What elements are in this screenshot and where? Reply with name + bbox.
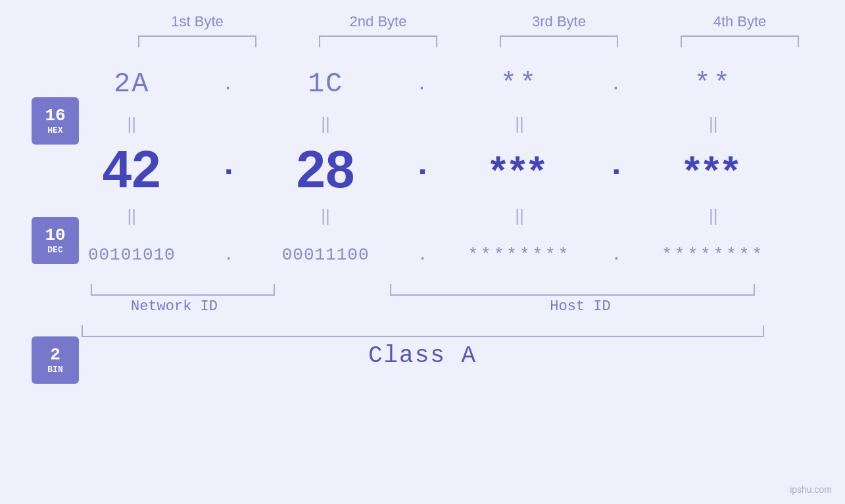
dec-val-4: ***	[685, 147, 742, 193]
eq2-cell-2: ||	[240, 206, 412, 226]
main-container: 1st Byte 2nd Byte 3rd Byte 4th Byte 16 H…	[0, 0, 845, 504]
hex-cell-3: **	[434, 68, 606, 100]
byte-label-4: 4th Byte	[713, 13, 767, 30]
dec-cell-1: 42	[46, 139, 218, 200]
eq2-cell-4: ||	[627, 206, 799, 226]
eq-cell-1: ||	[46, 114, 218, 134]
byte-col-2: 2nd Byte	[288, 13, 469, 47]
eq2-2: ||	[321, 206, 330, 226]
bin-cell-4: ********	[627, 245, 799, 265]
bin-dot-1: .	[224, 245, 234, 265]
bin-cell-2: 00011100	[240, 245, 412, 265]
dec-cell-4: ***	[627, 147, 799, 193]
eq-1: ||	[128, 114, 137, 134]
eq2-4: ||	[709, 206, 718, 226]
bin-num: 2	[50, 346, 60, 365]
eq-cell-3: ||	[434, 114, 606, 134]
bracket-top-4	[681, 35, 799, 47]
class-label: Class A	[368, 342, 477, 369]
bottom-bracket-row	[46, 325, 799, 337]
hex-val-4: **	[694, 68, 732, 100]
bin-badge: 2 BIN	[32, 336, 79, 384]
eq-2: ||	[321, 114, 330, 134]
bin-cell-3: ********	[434, 245, 606, 265]
hex-dot-2: .	[416, 74, 429, 95]
byte-col-3: 3rd Byte	[469, 13, 650, 47]
bracket-host	[390, 284, 755, 296]
byte-col-1: 1st Byte	[107, 13, 288, 47]
bin-dot-2: .	[418, 245, 428, 265]
label-section: Network ID Host ID	[46, 298, 799, 315]
bracket-network	[91, 284, 275, 296]
bracket-top-2	[319, 35, 437, 47]
eq-row-2: || || || ||	[46, 202, 799, 229]
byte-col-4: 4th Byte	[650, 13, 831, 47]
dec-cell-2: 28	[240, 139, 412, 200]
eq2-1: ||	[128, 206, 137, 226]
bin-name: BIN	[47, 365, 62, 375]
bin-val-1: 00101010	[88, 245, 176, 265]
hex-cell-1: 2A	[46, 68, 218, 100]
watermark: ipshu.com	[790, 484, 832, 495]
byte-label-2: 2nd Byte	[350, 13, 407, 30]
header-row: 1st Byte 2nd Byte 3rd Byte 4th Byte	[0, 13, 845, 47]
bottom-bracket	[82, 325, 764, 337]
hex-val-3: **	[500, 68, 539, 100]
bin-val-2: 00011100	[282, 245, 370, 265]
hex-dot-3: .	[610, 74, 623, 95]
label-gap	[266, 298, 398, 315]
eq2-cell-3: ||	[434, 206, 606, 226]
eq2-3: ||	[515, 206, 524, 226]
byte-label-3: 3rd Byte	[532, 13, 586, 30]
bin-val-4: ********	[662, 245, 765, 265]
eq-row-1: || || || ||	[46, 110, 799, 137]
hex-row: 2A . 1C . ** . **	[46, 58, 799, 110]
eq-cell-2: ||	[240, 114, 412, 134]
bracket-top-1	[138, 35, 256, 47]
hex-cell-2: 1C	[240, 68, 412, 100]
host-id-label: Host ID	[398, 298, 763, 315]
hex-dot-1: .	[222, 74, 235, 95]
hex-val-1: 2A	[114, 68, 149, 100]
eq-3: ||	[515, 114, 524, 134]
eq2-cell-1: ||	[46, 206, 218, 226]
network-id-label: Network ID	[82, 298, 266, 315]
bin-row: 00101010 . 00011100 . ******** . *******…	[46, 229, 799, 281]
dec-val-2: 28	[297, 139, 355, 200]
byte-label-1: 1st Byte	[171, 13, 223, 30]
hex-cell-4: **	[627, 68, 799, 100]
bracket-top-3	[500, 35, 618, 47]
dec-dot-1: .	[219, 147, 239, 184]
hex-val-2: 1C	[308, 68, 343, 100]
bin-dot-3: .	[611, 245, 621, 265]
eq-4: ||	[709, 114, 718, 134]
dec-dot-2: .	[412, 147, 432, 184]
dec-row: 42 . 28 . *** . ***	[46, 137, 799, 202]
bracket-section	[46, 284, 799, 296]
dec-dot-3: .	[606, 147, 626, 184]
eq-cell-4: ||	[627, 114, 799, 134]
dec-cell-3: ***	[434, 147, 606, 193]
dec-val-3: ***	[491, 147, 548, 193]
bin-cell-1: 00101010	[46, 245, 218, 265]
dec-val-1: 42	[103, 139, 161, 200]
bin-val-3: ********	[468, 245, 571, 265]
